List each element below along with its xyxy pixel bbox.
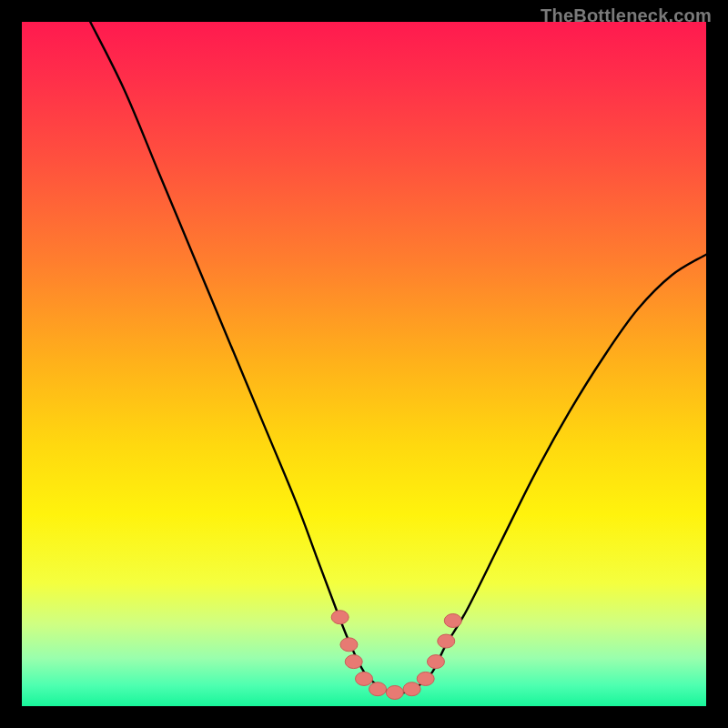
chart-frame: TheBottleneck.com [0,0,728,728]
curve-marker [356,672,373,685]
curve-marker [403,682,420,696]
curve-marker [340,638,358,652]
plot-area [22,22,706,706]
bottleneck-chart [22,22,706,706]
curve-marker [444,614,461,628]
curve-marker [345,655,362,669]
curve-marker [386,685,403,699]
curve-marker [369,682,387,696]
gradient-background [22,22,706,706]
curve-marker [427,655,444,669]
curve-marker [417,672,434,685]
watermark-text: TheBottleneck.com [541,5,712,26]
curve-marker [331,611,349,624]
curve-marker [438,634,455,648]
